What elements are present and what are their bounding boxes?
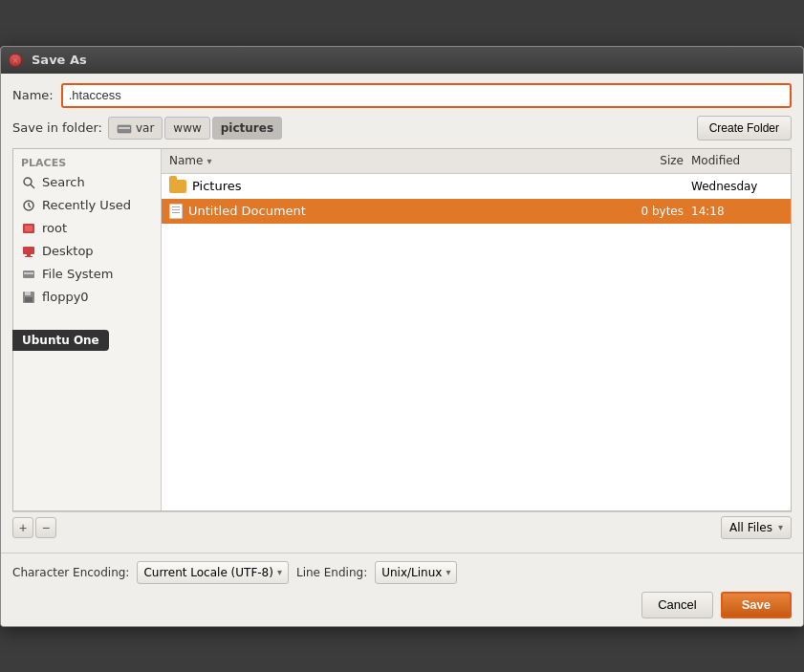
breadcrumb-var-label: var (136, 121, 154, 135)
table-row[interactable]: Untitled Document 0 bytes 14:18 (162, 199, 791, 224)
encoding-row: Character Encoding: Current Locale (UTF-… (12, 561, 792, 584)
file-type-label: All Files (729, 521, 772, 534)
sidebar-item-root-label: root (42, 221, 67, 235)
folder-actions: + − (12, 517, 56, 538)
filename-input[interactable] (61, 83, 792, 108)
sidebar-item-recently-used-label: Recently Used (42, 198, 131, 212)
ubuntu-one-badge[interactable]: Ubuntu One (12, 330, 109, 351)
svg-point-2 (24, 178, 32, 185)
breadcrumb-www[interactable]: www (164, 117, 209, 140)
home-icon (21, 221, 36, 236)
file-row-modified: Wednesday (691, 180, 787, 193)
cancel-button[interactable]: Cancel (641, 592, 712, 618)
floppy-icon (21, 290, 36, 305)
file-row-size: 0 bytes (624, 205, 691, 218)
dialog-content: Name: Save in folder: var www pictures (1, 74, 803, 553)
sidebar-item-recently-used[interactable]: Recently Used (13, 194, 161, 217)
line-ending-arrow-icon: ▾ (445, 567, 450, 577)
remove-folder-button[interactable]: − (35, 517, 56, 538)
file-area: Name ▾ Size Modified (162, 149, 791, 510)
sidebar-item-desktop-label: Desktop (42, 244, 94, 258)
add-folder-button[interactable]: + (12, 517, 33, 538)
svg-line-6 (29, 206, 31, 207)
folder-label: Save in folder: (12, 120, 102, 135)
name-row: Name: (12, 83, 792, 108)
breadcrumb: var www pictures (108, 117, 691, 140)
line-ending-select[interactable]: Unix/Linux ▾ (375, 561, 457, 584)
sidebar-item-floppy-label: floppy0 (42, 290, 89, 304)
column-header-modified: Modified (691, 154, 787, 167)
sort-arrow-icon: ▾ (206, 156, 211, 166)
breadcrumb-pictures-label: pictures (221, 121, 273, 135)
encoding-label: Character Encoding: (12, 566, 129, 579)
sidebar-item-search[interactable]: Search (13, 171, 161, 194)
drive-icon (21, 267, 36, 282)
column-header-name[interactable]: Name ▾ (165, 154, 624, 167)
folder-icon (169, 180, 186, 193)
file-row-name: Pictures (165, 179, 624, 193)
dialog-title: Save As (32, 53, 87, 67)
main-wrapper: Places Search Recently Used (12, 148, 792, 511)
folder-row: Save in folder: var www pictures Create … (12, 116, 792, 141)
svg-rect-9 (23, 247, 34, 254)
save-as-dialog: × Save As Name: Save in folder: var w (0, 46, 804, 627)
svg-rect-13 (24, 272, 33, 274)
encoding-value: Current Locale (UTF-8) (143, 566, 273, 579)
search-icon (21, 175, 36, 190)
close-button[interactable]: × (9, 54, 22, 67)
sidebar-item-root[interactable]: root (13, 217, 161, 240)
sidebar-item-filesystem-label: File System (42, 267, 113, 281)
sidebar-item-floppy[interactable]: floppy0 (13, 286, 161, 309)
encoding-select[interactable]: Current Locale (UTF-8) ▾ (137, 561, 289, 584)
table-row[interactable]: Pictures Wednesday (162, 174, 791, 199)
svg-rect-15 (25, 292, 31, 295)
encoding-arrow-icon: ▾ (277, 567, 282, 577)
name-label: Name: (12, 88, 54, 102)
save-button[interactable]: Save (721, 592, 792, 618)
svg-rect-10 (27, 254, 31, 256)
file-type-select[interactable]: All Files ▾ (721, 516, 792, 539)
file-row-modified: 14:18 (691, 205, 787, 218)
file-type-arrow-icon: ▾ (778, 522, 783, 532)
file-header: Name ▾ Size Modified (162, 149, 791, 174)
svg-rect-1 (119, 127, 130, 129)
column-header-size: Size (624, 154, 691, 167)
svg-rect-8 (25, 226, 33, 231)
bottom-bar: + − All Files ▾ (12, 511, 792, 543)
titlebar: × Save As (1, 47, 803, 74)
sidebar-item-desktop[interactable]: Desktop (13, 240, 161, 263)
create-folder-button[interactable]: Create Folder (697, 116, 792, 141)
svg-rect-11 (25, 256, 33, 257)
clock-icon (21, 198, 36, 213)
desktop-icon (21, 244, 36, 259)
sidebar-section-label: Places (13, 153, 161, 171)
sidebar-item-filesystem[interactable]: File System (13, 263, 161, 286)
svg-line-3 (31, 184, 34, 188)
close-icon: × (11, 55, 19, 65)
breadcrumb-www-label: www (173, 121, 201, 135)
line-ending-label: Line Ending: (296, 566, 367, 579)
footer-bar: Character Encoding: Current Locale (UTF-… (1, 553, 803, 626)
action-row: Cancel Save (12, 592, 792, 618)
document-icon (169, 204, 183, 219)
main-area: Places Search Recently Used (12, 148, 792, 511)
drive-icon (117, 122, 132, 134)
breadcrumb-var[interactable]: var (108, 117, 163, 140)
file-row-name: Untitled Document (165, 204, 624, 219)
breadcrumb-pictures[interactable]: pictures (212, 117, 282, 140)
svg-rect-16 (25, 297, 33, 302)
sidebar-item-search-label: Search (42, 175, 85, 189)
line-ending-value: Unix/Linux (381, 566, 442, 579)
